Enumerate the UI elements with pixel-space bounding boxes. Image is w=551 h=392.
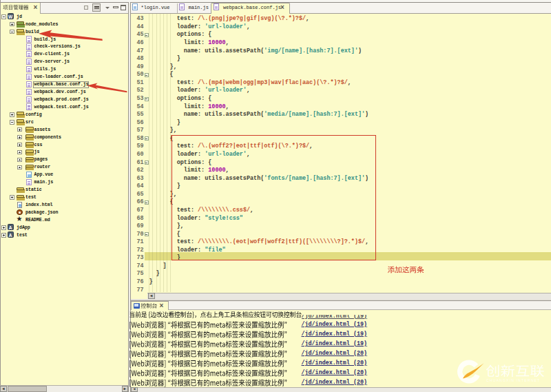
svg-text:CHUANGXIN INTERNET: CHUANGXIN INTERNET	[486, 378, 540, 382]
